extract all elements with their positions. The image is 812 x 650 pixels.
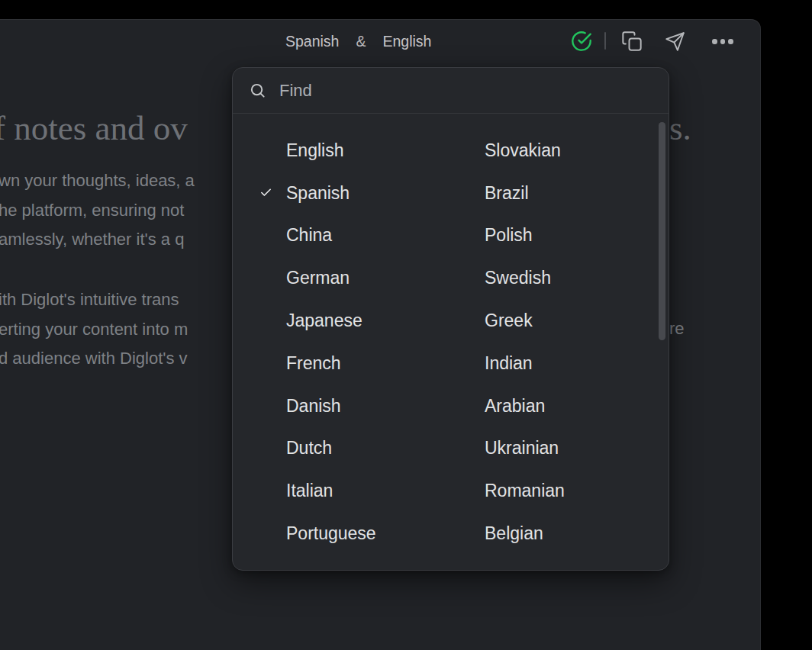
- language-option[interactable]: Brazil: [485, 182, 529, 203]
- toolbar: Spanish & English: [0, 19, 761, 67]
- language-picker-dropdown: EnglishSlovakianSpanishBrazilChinaPolish…: [232, 67, 669, 571]
- language-option-label: Slovakian: [485, 140, 561, 159]
- language-option-label: Portuguese: [286, 523, 376, 543]
- language-option[interactable]: Japanese: [286, 311, 362, 331]
- language-row: ChinaPolish: [233, 214, 669, 257]
- language-option-label: Ukrainian: [485, 438, 559, 458]
- search-input[interactable]: [278, 80, 653, 101]
- language-row: DanishArabian: [233, 385, 669, 427]
- document-line: wn your thoughts, ideas, a: [0, 166, 195, 196]
- language-option[interactable]: China: [286, 225, 332, 246]
- document-paragraph: wn your thoughts, ideas, a he platform, …: [0, 166, 195, 255]
- target-language-label[interactable]: English: [382, 32, 431, 50]
- language-row: GermanSwedish: [233, 256, 669, 299]
- document-line: d audience with Diglot's v: [0, 344, 188, 374]
- language-row: DutchUkrainian: [233, 427, 669, 470]
- language-option-label: French: [286, 352, 341, 372]
- language-option-label: German: [286, 268, 350, 288]
- language-option[interactable]: Indian: [485, 352, 533, 373]
- document-line-fragment: re: [669, 314, 685, 344]
- document-line: amlessly, whether it's a q: [0, 225, 195, 255]
- language-option-label: Brazil: [485, 182, 529, 202]
- language-row: SpanishBrazil: [233, 172, 669, 214]
- language-option[interactable]: Romanian: [485, 481, 565, 501]
- language-row: JapaneseGreek: [233, 299, 669, 342]
- language-option-label: Polish: [485, 225, 533, 245]
- language-option[interactable]: Portuguese: [286, 523, 376, 544]
- language-option-label: Dutch: [286, 438, 332, 458]
- language-option-label: China: [286, 225, 332, 245]
- language-option[interactable]: Belgian: [485, 523, 543, 544]
- language-option[interactable]: Italian: [286, 481, 333, 501]
- send-icon[interactable]: [665, 31, 685, 52]
- language-option[interactable]: French: [286, 352, 341, 373]
- document-line: he platform, ensuring not: [0, 196, 195, 226]
- document-line: erting your content into m: [0, 315, 188, 345]
- language-option-label: Swedish: [485, 268, 551, 288]
- language-option[interactable]: Danish: [286, 395, 341, 416]
- language-option-label: Belgian: [485, 523, 543, 543]
- document-paragraph: ith Diglot's intuitive trans erting your…: [0, 285, 188, 374]
- language-option[interactable]: Arabian: [485, 395, 545, 416]
- language-row: ItalianRomanian: [233, 469, 669, 512]
- toolbar-divider: [604, 32, 606, 50]
- copy-icon[interactable]: [621, 31, 643, 52]
- language-option-label: Danish: [286, 395, 341, 415]
- document-heading-fragment: f notes and ov: [0, 108, 188, 149]
- language-list: EnglishSlovakianSpanishBrazilChinaPolish…: [233, 129, 669, 555]
- language-pair-separator: &: [356, 32, 366, 50]
- language-option-label: Japanese: [286, 311, 362, 330]
- language-option[interactable]: Swedish: [485, 268, 551, 288]
- document-heading-fragment: s.: [669, 108, 691, 149]
- check-icon: [258, 186, 274, 199]
- ellipsis-icon[interactable]: [712, 39, 733, 44]
- language-option[interactable]: Polish: [485, 225, 533, 246]
- language-option-label: Spanish: [286, 182, 350, 202]
- source-language-label[interactable]: Spanish: [285, 32, 339, 50]
- language-option[interactable]: Slovakian: [485, 140, 561, 160]
- document-line: ith Diglot's intuitive trans: [0, 285, 188, 315]
- language-option[interactable]: Dutch: [286, 438, 332, 459]
- app-window: f notes and ov s. wn your thoughts, idea…: [0, 19, 761, 650]
- language-option-label: English: [286, 140, 343, 159]
- language-option-label: Italian: [286, 481, 333, 500]
- scrollbar-thumb[interactable]: [659, 122, 665, 340]
- language-option[interactable]: English: [286, 140, 343, 160]
- screenshot-root: { "header": { "source_language": "Spanis…: [0, 0, 812, 650]
- language-option[interactable]: Ukrainian: [485, 438, 559, 459]
- language-option-label: Romanian: [485, 481, 565, 500]
- language-option[interactable]: Spanish: [286, 182, 350, 203]
- language-option-label: Greek: [485, 311, 533, 330]
- language-option-label: Indian: [485, 352, 533, 372]
- language-option[interactable]: German: [286, 268, 350, 288]
- language-row: EnglishSlovakian: [233, 129, 669, 172]
- language-option[interactable]: Greek: [485, 311, 533, 331]
- language-pair: Spanish & English: [285, 32, 431, 50]
- language-row: FrenchIndian: [233, 342, 669, 385]
- search-icon: [249, 82, 266, 99]
- language-row: PortugueseBelgian: [233, 512, 669, 555]
- circle-check-icon[interactable]: [571, 31, 592, 52]
- language-option-label: Arabian: [485, 395, 545, 415]
- language-search-bar: [233, 68, 669, 114]
